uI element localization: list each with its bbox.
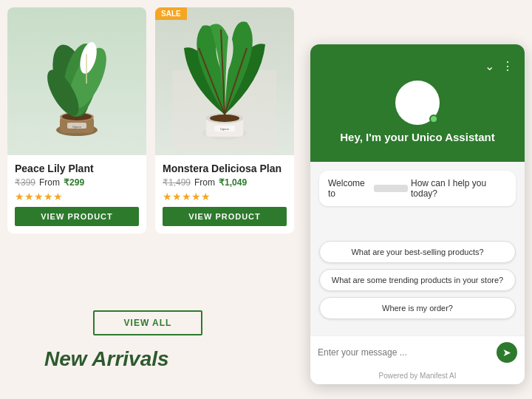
product-image-peace-lily: Ugaoo	[7, 7, 146, 155]
quick-reply-order[interactable]: Where is my order?	[319, 297, 516, 319]
sale-price-peace-lily: ₹299	[64, 177, 84, 188]
powered-by-label: Powered by Manifest AI	[378, 372, 456, 380]
welcome-message: Welcome to How can I help you today?	[319, 171, 516, 206]
from-label-peace-lily: From	[39, 177, 60, 188]
new-arrivals-title: New Arrivals	[44, 347, 169, 371]
sale-price-monstera: ₹1,049	[219, 177, 247, 188]
svg-text:Ugaoo: Ugaoo	[72, 125, 82, 129]
quick-replies: What are your best-selling products? Wha…	[319, 217, 516, 319]
view-product-btn-monstera[interactable]: VIEW PRODUCT	[163, 207, 287, 226]
chat-avatar	[395, 81, 440, 125]
product-info-peace-lily: Peace Lily Plant ₹399 From ₹299 ★★★★★ VI…	[7, 155, 146, 233]
product-name-peace-lily: Peace Lily Plant	[15, 163, 139, 174]
original-price-monstera: ₹1,499	[163, 177, 191, 188]
view-product-btn-peace-lily[interactable]: VIEW PRODUCT	[15, 207, 139, 226]
product-grid: Ugaoo Peace Lily Plant ₹399 From ₹299 ★★…	[0, 0, 310, 233]
original-price-peace-lily: ₹399	[15, 177, 35, 188]
price-row-peace-lily: ₹399 From ₹299	[15, 177, 139, 188]
chat-greeting: Hey, I'm your Unico Assistant	[321, 131, 514, 143]
chat-header: ⌄ ⋮ Hey, I'm your Unico Assistant	[310, 44, 525, 162]
peace-lily-illustration: Ugaoo	[29, 13, 125, 150]
product-image-monstera: SALE Ugaoo	[155, 7, 294, 155]
view-all-button[interactable]: VIEW ALL	[93, 310, 203, 335]
chat-header-controls: ⌄ ⋮	[321, 59, 514, 73]
more-options-icon[interactable]: ⋮	[502, 59, 514, 73]
welcome-suffix: How can I help you today?	[411, 178, 507, 199]
view-all-section: VIEW ALL	[52, 310, 244, 335]
product-card-peace-lily: Ugaoo Peace Lily Plant ₹399 From ₹299 ★★…	[7, 7, 146, 233]
product-info-monstera: Monstera Deliciosa Plan ₹1,499 From ₹1,0…	[155, 155, 294, 233]
sale-badge-monstera: SALE	[155, 7, 187, 20]
svg-point-16	[210, 115, 239, 122]
price-row-monstera: ₹1,499 From ₹1,049	[163, 177, 287, 188]
chevron-down-icon[interactable]: ⌄	[485, 59, 494, 73]
stars-peace-lily: ★★★★★	[15, 191, 139, 202]
chat-widget: ⌄ ⋮ Hey, I'm your Unico Assistant Welcom…	[310, 44, 525, 384]
chat-input-area: ➤	[310, 335, 525, 369]
product-name-monstera: Monstera Deliciosa Plan	[163, 163, 287, 174]
store-name-placeholder	[374, 185, 408, 192]
chat-input[interactable]	[318, 347, 491, 358]
quick-reply-best-selling[interactable]: What are your best-selling products?	[319, 241, 516, 263]
stars-monstera: ★★★★★	[163, 191, 287, 202]
chat-body: Welcome to How can I help you today? Wha…	[310, 162, 525, 335]
monstera-illustration: Ugaoo	[173, 11, 276, 151]
svg-text:Ugaoo: Ugaoo	[220, 127, 230, 131]
chat-footer: Powered by Manifest AI	[310, 369, 525, 384]
welcome-text: Welcome to	[328, 178, 371, 199]
online-status-dot	[429, 115, 438, 123]
quick-reply-trending[interactable]: What are some trending products in your …	[319, 269, 516, 291]
product-card-monstera: SALE Ugaoo	[155, 7, 294, 233]
chat-send-button[interactable]: ➤	[497, 342, 517, 363]
from-label-monstera: From	[194, 177, 215, 188]
